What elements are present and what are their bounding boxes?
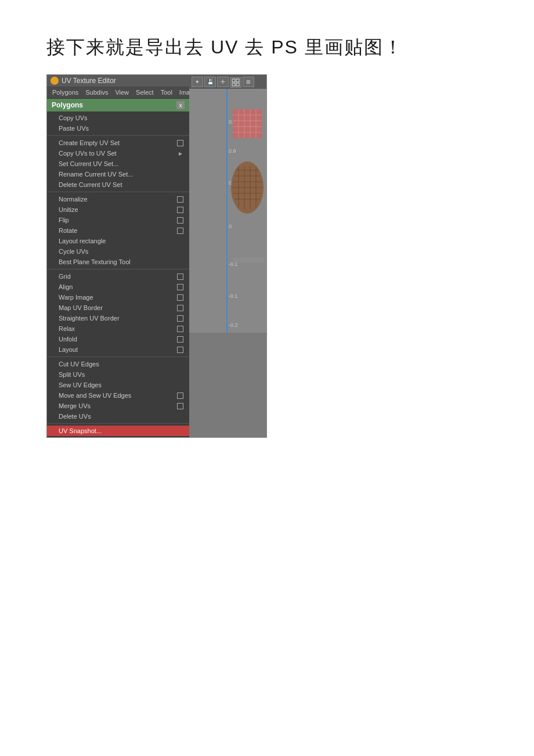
- svg-rect-0: [232, 79, 235, 82]
- menu-item-delete-uvs[interactable]: Delete UVs: [47, 411, 189, 422]
- svg-rect-2: [232, 83, 235, 86]
- menu-item-warp-image[interactable]: Warp Image: [47, 292, 189, 303]
- menu-item-set-current-uv-set[interactable]: Set Current UV Set...: [47, 159, 189, 169]
- viewport-toolbar: ✦ 💾 ✛ ⊞: [189, 75, 266, 89]
- page-heading: 接下来就是导出去 UV 去 PS 里画贴图！: [46, 35, 488, 60]
- menu-view[interactable]: View: [112, 88, 132, 97]
- menu-item-paste-uvs[interactable]: Paste UVs: [47, 123, 189, 134]
- menu-item-copy-uvs-to-set[interactable]: Copy UVs to UV Set ►: [47, 148, 189, 159]
- relax-option-icon[interactable]: [177, 326, 183, 332]
- menu-item-move-sew-uv-edges[interactable]: Move and Sew UV Edges: [47, 390, 189, 401]
- divider-2: [47, 192, 189, 192]
- menu-item-cycle-uvs[interactable]: Cycle UVs: [47, 246, 189, 257]
- menu-item-map-uv-border[interactable]: Map UV Border: [47, 303, 189, 313]
- polygons-menu-list: Copy UVs Paste UVs Create Empty UV Set C…: [47, 111, 189, 437]
- align-option-icon[interactable]: [177, 284, 183, 290]
- menu-tool[interactable]: Tool: [158, 88, 175, 97]
- menu-subdivs[interactable]: Subdivs: [82, 88, 111, 97]
- divider-1: [47, 135, 189, 136]
- svg-text:-0.1: -0.1: [229, 261, 238, 267]
- screenshot-container: UV Texture Editor Polygons Subdivs View …: [46, 74, 267, 438]
- map-uv-border-option-icon[interactable]: [177, 305, 183, 311]
- menu-item-unitize[interactable]: Unitize: [47, 204, 189, 215]
- unfold-option-icon[interactable]: [177, 336, 183, 343]
- menu-polygons[interactable]: Polygons: [49, 88, 81, 97]
- menu-item-cut-uv-edges[interactable]: Cut UV Edges: [47, 359, 189, 369]
- viewport-panel: ✦ 💾 ✛ ⊞: [189, 75, 266, 437]
- menu-item-layout[interactable]: Layout: [47, 344, 189, 355]
- menu-item-relax[interactable]: Relax: [47, 323, 189, 334]
- divider-5: [47, 423, 189, 424]
- menu-item-flip[interactable]: Flip: [47, 215, 189, 225]
- rotate-option-icon[interactable]: [177, 228, 183, 234]
- layout-option-icon[interactable]: [177, 347, 183, 353]
- menu-item-uv-snapshot[interactable]: UV Snapshot...: [47, 426, 189, 436]
- divider-4: [47, 357, 189, 357]
- menu-item-align[interactable]: Align: [47, 282, 189, 292]
- menu-item-delete-uv-set[interactable]: Delete Current UV Set: [47, 179, 189, 190]
- menu-item-layout-rectangle[interactable]: Layout rectangle: [47, 236, 189, 246]
- unitize-option-icon[interactable]: [177, 207, 183, 213]
- arrow-icon: ►: [178, 150, 183, 157]
- menu-item-sew-uv-edges[interactable]: Sew UV Edges: [47, 380, 189, 390]
- menu-item-normalize[interactable]: Normalize: [47, 194, 189, 204]
- menu-select[interactable]: Select: [133, 88, 157, 97]
- warp-image-option-icon[interactable]: [177, 294, 183, 301]
- viewport-svg: 0.7 0.6 0 0 -0.1 -0.1 -0.2: [189, 89, 266, 333]
- svg-text:-0.2: -0.2: [229, 322, 238, 328]
- polygons-label: Polygons: [52, 101, 83, 109]
- svg-text:-0.1: -0.1: [229, 293, 238, 299]
- uv-editor-title: UV Texture Editor: [62, 77, 116, 85]
- menu-item-unfold[interactable]: Unfold: [47, 334, 189, 344]
- toolbar-icon-move[interactable]: ✛: [217, 77, 229, 87]
- uv-editor-panel: UV Texture Editor Polygons Subdivs View …: [47, 75, 189, 437]
- grid-option-icon[interactable]: [177, 273, 183, 280]
- flip-option-icon[interactable]: [177, 217, 183, 224]
- menu-item-rename-uv-set[interactable]: Rename Current UV Set...: [47, 169, 189, 179]
- toolbar-icon-grid[interactable]: [230, 77, 241, 88]
- menu-item-create-empty-uv-set[interactable]: Create Empty UV Set: [47, 138, 189, 148]
- move-sew-option-icon[interactable]: [177, 393, 183, 399]
- svg-rect-3: [236, 83, 239, 86]
- menu-item-grid[interactable]: Grid: [47, 271, 189, 282]
- straighten-uv-option-icon[interactable]: [177, 315, 183, 322]
- merge-uvs-option-icon[interactable]: [177, 403, 183, 409]
- toolbar-icon-pin[interactable]: ⊞: [243, 77, 254, 87]
- menu-item-rotate[interactable]: Rotate: [47, 225, 189, 236]
- menu-item-split-uvs[interactable]: Split UVs: [47, 369, 189, 380]
- polygons-close-button[interactable]: x: [176, 101, 185, 109]
- uv-menu-bar: Polygons Subdivs View Select Tool Image: [47, 87, 189, 99]
- svg-rect-13: [233, 109, 262, 138]
- svg-text:0.6: 0.6: [229, 148, 236, 154]
- uv-app-icon: [50, 77, 59, 85]
- menu-item-merge-uvs[interactable]: Merge UVs: [47, 401, 189, 411]
- normalize-option-icon[interactable]: [177, 196, 183, 203]
- divider-3: [47, 269, 189, 269]
- viewport-content: 0.7 0.6 0 0 -0.1 -0.1 -0.2: [189, 89, 266, 333]
- create-empty-uvset-option-icon[interactable]: [177, 140, 183, 146]
- menu-item-straighten-uv[interactable]: Straighten UV Border: [47, 313, 189, 323]
- svg-text:0: 0: [229, 224, 232, 229]
- menu-item-best-plane[interactable]: Best Plane Texturing Tool: [47, 257, 189, 267]
- toolbar-icon-save[interactable]: 💾: [204, 77, 216, 87]
- svg-rect-1: [236, 79, 239, 82]
- toolbar-icon-select[interactable]: ✦: [192, 77, 203, 87]
- polygons-dropdown-header: Polygons x: [47, 99, 189, 111]
- uv-title-bar: UV Texture Editor: [47, 75, 189, 87]
- menu-item-copy-uvs[interactable]: Copy UVs: [47, 113, 189, 123]
